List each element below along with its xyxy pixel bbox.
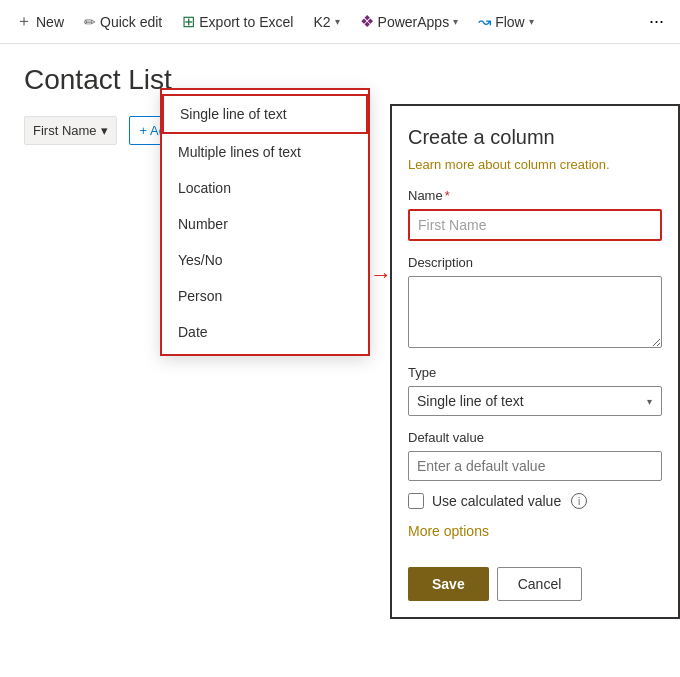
dropdown-item-single-line[interactable]: Single line of text [162,94,368,134]
dropdown-item-multiple-lines[interactable]: Multiple lines of text [162,134,368,170]
name-field-label: Name* [408,188,662,203]
type-select-wrapper: Single line of text Multiple lines of te… [408,386,662,416]
learn-more-link[interactable]: Learn more about column creation. [408,157,662,172]
new-icon: ＋ [16,11,32,32]
default-value-input[interactable] [408,451,662,481]
new-button[interactable]: ＋ New [8,5,72,38]
quick-edit-button[interactable]: ✏ Quick edit [76,8,170,36]
powerapps-label: PowerApps [378,14,450,30]
create-column-panel: Create a column Learn more about column … [390,104,680,619]
first-name-column-header[interactable]: First Name ▾ [24,116,117,145]
page-content: Contact List First Name ▾ + Add column ↓… [0,44,680,165]
export-label: Export to Excel [199,14,293,30]
k2-chevron-icon: ▾ [335,16,340,27]
powerapps-button[interactable]: ❖ PowerApps ▾ [352,6,467,37]
export-button[interactable]: ⊞ Export to Excel [174,6,301,37]
first-name-column-label: First Name [33,123,97,138]
required-star: * [445,188,450,203]
calculated-value-checkbox[interactable] [408,493,424,509]
dropdown-item-label: Multiple lines of text [178,144,301,160]
edit-icon: ✏ [84,14,96,30]
dropdown-item-label: Yes/No [178,252,223,268]
cancel-button[interactable]: Cancel [497,567,583,601]
panel-footer: Save Cancel [408,567,662,601]
k2-button[interactable]: K2 ▾ [305,8,347,36]
quick-edit-label: Quick edit [100,14,162,30]
powerapps-icon: ❖ [360,12,374,31]
dropdown-item-label: Number [178,216,228,232]
dropdown-item-label: Location [178,180,231,196]
powerapps-chevron-icon: ▾ [453,16,458,27]
dropdown-item-yesno[interactable]: Yes/No [162,242,368,278]
flow-button[interactable]: ↝ Flow ▾ [470,6,542,37]
type-field-label: Type [408,365,662,380]
flow-label: Flow [495,14,525,30]
dropdown-item-label: Person [178,288,222,304]
more-options-toolbar-button[interactable]: ··· [641,7,672,36]
description-field-label: Description [408,255,662,270]
save-button[interactable]: Save [408,567,489,601]
flow-icon: ↝ [478,12,491,31]
dropdown-item-location[interactable]: Location [162,170,368,206]
dropdown-item-number[interactable]: Number [162,206,368,242]
more-options-link[interactable]: More options [408,523,489,539]
flow-chevron-icon: ▾ [529,16,534,27]
name-input[interactable] [408,209,662,241]
toolbar: ＋ New ✏ Quick edit ⊞ Export to Excel K2 … [0,0,680,44]
column-sort-icon: ▾ [101,123,108,138]
excel-icon: ⊞ [182,12,195,31]
dropdown-item-label: Date [178,324,208,340]
type-select[interactable]: Single line of text Multiple lines of te… [408,386,662,416]
column-type-dropdown: Single line of text Multiple lines of te… [160,88,370,356]
more-icon: ··· [649,11,664,31]
new-label: New [36,14,64,30]
k2-label: K2 [313,14,330,30]
dropdown-item-person[interactable]: Person [162,278,368,314]
calculated-value-row: Use calculated value i [408,493,662,509]
info-icon[interactable]: i [571,493,587,509]
description-textarea[interactable] [408,276,662,348]
panel-title: Create a column [408,126,662,149]
arrow-right-indicator: → [370,262,392,288]
dropdown-item-label: Single line of text [180,106,287,122]
default-field-label: Default value [408,430,662,445]
dropdown-item-date[interactable]: Date [162,314,368,350]
calculated-value-label: Use calculated value [432,493,561,509]
